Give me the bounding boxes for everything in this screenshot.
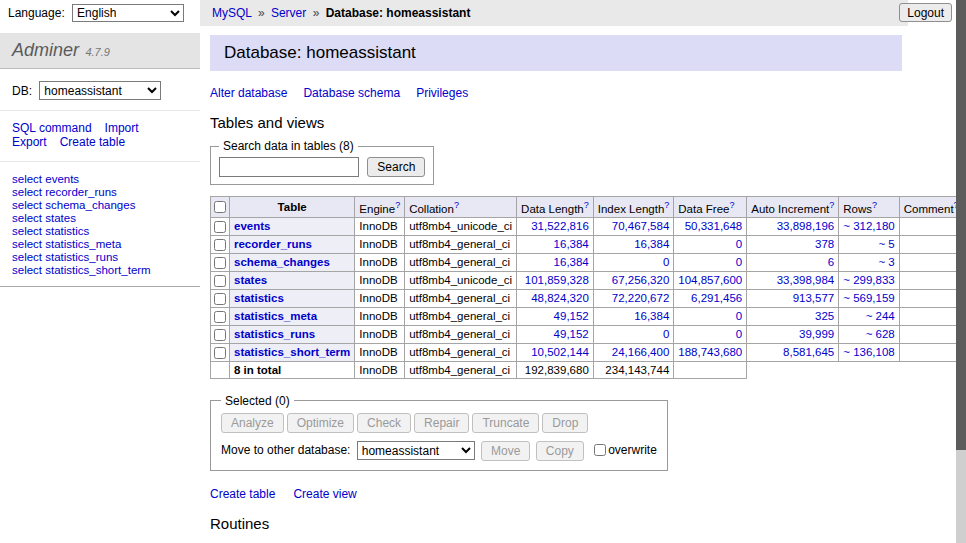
search-button[interactable]: Search [367,157,425,177]
vertical-scrollbar[interactable] [956,0,966,543]
select-all-checkbox[interactable] [214,201,226,213]
db-action-link[interactable]: Privileges [416,86,468,100]
auto-increment-link[interactable]: 325 [815,310,834,322]
data-free-link[interactable]: 188,743,680 [678,346,742,358]
sidebar-table-link[interactable]: select statistics_runs [12,251,188,264]
truncate-button[interactable]: Truncate [472,413,539,433]
create-link[interactable]: Create view [293,487,356,501]
rows-link[interactable]: ~ 628 [866,328,895,340]
move-db-select[interactable]: homeassistant [357,441,475,460]
search-input[interactable] [219,157,359,177]
sidebar-table-link[interactable]: select states [12,212,188,225]
auto-increment-link[interactable]: 33,898,196 [777,220,835,232]
rows-link[interactable]: ~ 312,180 [843,220,894,232]
auto-increment-link[interactable]: 39,999 [799,328,834,340]
data-length-link[interactable]: 49,152 [554,310,589,322]
help-icon[interactable]: ? [729,200,734,210]
data-free-link[interactable]: 0 [736,238,742,250]
sidebar-link[interactable]: SQL command [12,121,92,135]
data-length-link[interactable]: 48,824,320 [531,292,589,304]
help-icon[interactable]: ? [395,200,400,210]
sidebar-table-link[interactable]: select statistics_short_term [12,264,188,277]
app-logo-link[interactable]: Adminer [12,40,79,60]
help-icon[interactable]: ? [584,200,589,210]
help-icon[interactable]: ? [664,200,669,210]
table-link[interactable]: recorder_runs [234,238,312,250]
row-checkbox[interactable] [214,347,226,359]
data-length-link[interactable]: 16,384 [554,238,589,250]
row-checkbox[interactable] [214,239,226,251]
auto-increment-link[interactable]: 33,398,984 [777,274,835,286]
index-length-link[interactable]: 72,220,672 [612,292,670,304]
breadcrumb-server-link[interactable]: Server [271,6,306,20]
rows-link[interactable]: ~ 3 [878,256,894,268]
move-button[interactable]: Move [481,441,530,461]
data-length-link[interactable]: 101,859,328 [525,274,589,286]
table-link[interactable]: statistics [234,292,284,304]
rows-link[interactable]: ~ 5 [878,238,894,250]
data-free-link[interactable]: 0 [736,310,742,322]
table-link[interactable]: states [234,274,267,286]
copy-button[interactable]: Copy [536,441,584,461]
data-free-link[interactable]: 104,857,600 [678,274,742,286]
row-checkbox[interactable] [214,275,226,287]
table-link[interactable]: statistics_meta [234,310,317,322]
row-checkbox[interactable] [214,257,226,269]
rows-link[interactable]: ~ 569,159 [843,292,894,304]
index-length-link[interactable]: 0 [663,328,669,340]
sidebar-table-link[interactable]: select schema_changes [12,199,188,212]
sidebar-table-link[interactable]: select recorder_runs [12,186,188,199]
data-length-link[interactable]: 31,522,816 [531,220,589,232]
index-length-link[interactable]: 16,384 [634,310,669,322]
scrollbar-thumb[interactable] [956,0,966,450]
sidebar-table-link[interactable]: select statistics_meta [12,238,188,251]
rows-link[interactable]: ~ 299,833 [843,274,894,286]
db-action-link[interactable]: Database schema [303,86,400,100]
table-link[interactable]: statistics_runs [234,328,315,340]
table-link[interactable]: statistics_short_term [234,346,350,358]
data-free-link[interactable]: 50,331,648 [685,220,743,232]
rows-link[interactable]: ~ 136,108 [843,346,894,358]
help-icon[interactable]: ? [829,200,834,210]
index-length-link[interactable]: 67,256,320 [612,274,670,286]
sidebar-link[interactable]: Import [105,121,139,135]
optimize-button[interactable]: Optimize [287,413,354,433]
auto-increment-link[interactable]: 913,577 [793,292,835,304]
index-length-link[interactable]: 70,467,584 [612,220,670,232]
overwrite-option[interactable]: overwrite [593,443,657,457]
db-select[interactable]: homeassistant [39,81,161,100]
row-checkbox[interactable] [214,311,226,323]
data-length-link[interactable]: 10,502,144 [531,346,589,358]
db-action-link[interactable]: Alter database [210,86,287,100]
data-length-link[interactable]: 49,152 [554,328,589,340]
sidebar-table-link[interactable]: select statistics [12,225,188,238]
sidebar-table-link[interactable]: select events [12,173,188,186]
index-length-link[interactable]: 16,384 [634,238,669,250]
analyze-button[interactable]: Analyze [221,413,284,433]
row-checkbox[interactable] [214,329,226,341]
index-length-link[interactable]: 0 [663,256,669,268]
help-icon[interactable]: ? [454,200,459,210]
help-icon[interactable]: ? [872,200,877,210]
rows-link[interactable]: ~ 244 [866,310,895,322]
row-checkbox[interactable] [214,293,226,305]
data-length-link[interactable]: 16,384 [554,256,589,268]
language-select[interactable]: English [72,4,184,22]
drop-button[interactable]: Drop [542,413,588,433]
auto-increment-link[interactable]: 378 [815,238,834,250]
sidebar-link[interactable]: Export [12,135,47,149]
table-link[interactable]: events [234,220,270,232]
data-free-link[interactable]: 0 [736,328,742,340]
index-length-link[interactable]: 24,166,400 [612,346,670,358]
table-link[interactable]: schema_changes [234,256,330,268]
row-checkbox[interactable] [214,221,226,233]
data-free-link[interactable]: 6,291,456 [691,292,742,304]
logout-button[interactable]: Logout [899,3,952,22]
repair-button[interactable]: Repair [414,413,469,433]
auto-increment-link[interactable]: 8,581,645 [783,346,834,358]
create-link[interactable]: Create table [210,487,275,501]
sidebar-link[interactable]: Create table [60,135,125,149]
auto-increment-link[interactable]: 6 [828,256,834,268]
breadcrumb-server-type-link[interactable]: MySQL [212,6,252,20]
overwrite-checkbox[interactable] [594,444,606,456]
